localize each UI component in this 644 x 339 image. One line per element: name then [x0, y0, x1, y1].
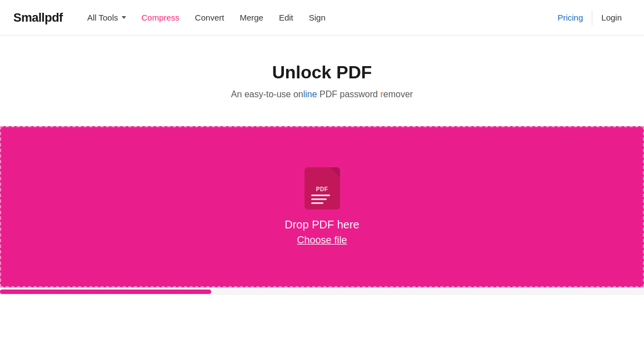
pdf-icon-container: PDF: [304, 167, 340, 210]
main-nav: All Tools Compress Convert Merge Edit Si…: [81, 8, 549, 27]
bottom-bar: [0, 287, 644, 295]
pdf-label-text: PDF: [316, 186, 328, 192]
nav-sign[interactable]: Sign: [302, 8, 332, 27]
nav-convert[interactable]: Convert: [188, 8, 231, 27]
pdf-line-1: [311, 195, 330, 196]
choose-file-link[interactable]: Choose file: [297, 235, 347, 246]
nav-all-tools[interactable]: All Tools: [81, 8, 133, 27]
nav-pricing[interactable]: Pricing: [548, 8, 592, 27]
nav-merge[interactable]: Merge: [233, 8, 270, 27]
scrollbar-thumb: [0, 290, 211, 294]
page-title: Unlock PDF: [272, 62, 372, 83]
logo[interactable]: Smallpdf: [13, 11, 63, 25]
pdf-line-3: [311, 202, 323, 204]
main-content: Unlock PDF An easy-to-use online PDF pas…: [0, 36, 644, 287]
pdf-line-2: [311, 198, 327, 200]
pdf-file-icon: PDF: [304, 167, 340, 210]
nav-compress[interactable]: Compress: [135, 8, 186, 27]
chevron-down-icon: [122, 16, 126, 19]
nav-right: Pricing Login: [548, 8, 631, 27]
drop-zone[interactable]: PDF Drop PDF here Choose file: [0, 126, 644, 287]
page-subtitle: An easy-to-use online PDF password remov…: [231, 89, 413, 99]
nav-edit[interactable]: Edit: [272, 8, 300, 27]
nav-login[interactable]: Login: [592, 8, 631, 27]
drop-text: Drop PDF here: [284, 218, 360, 231]
header: Smallpdf All Tools Compress Convert Merg…: [0, 0, 644, 36]
pdf-lines: [311, 195, 333, 204]
